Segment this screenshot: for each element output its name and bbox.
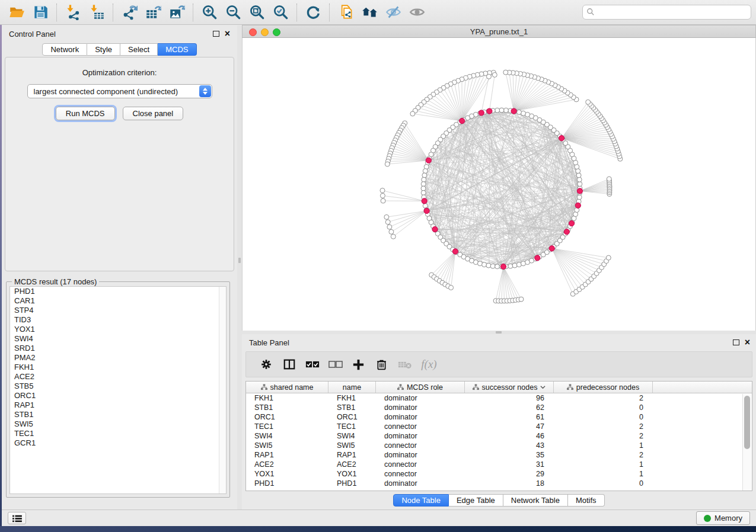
table-row[interactable]: ACE2ACE2connector311 — [246, 460, 752, 469]
graph-node[interactable] — [576, 173, 581, 178]
graph-hub-node[interactable] — [424, 208, 429, 213]
window-close-traffic-light[interactable] — [249, 28, 257, 36]
graph-leaf-node[interactable] — [607, 177, 611, 181]
graph-leaf-node[interactable] — [487, 74, 492, 79]
mcds-result-item[interactable]: SWI4 — [10, 334, 226, 344]
column-header-successor-nodes[interactable]: successor nodes — [465, 382, 554, 393]
zoom-in-button[interactable] — [197, 2, 221, 23]
table-cell-predecessor-nodes[interactable]: 2 — [554, 393, 653, 403]
table-cell-shared-name[interactable]: SWI4 — [246, 431, 328, 441]
hide-selected-button[interactable] — [381, 2, 405, 23]
graph-hub-node[interactable] — [479, 110, 484, 116]
tab-style[interactable]: Style — [87, 43, 120, 56]
graph-hub-node[interactable] — [535, 255, 540, 261]
zoom-selected-button[interactable] — [269, 2, 292, 23]
table-cell-mcds-role[interactable]: dominator — [376, 393, 465, 403]
mcds-result-item[interactable]: STP4 — [10, 306, 226, 315]
float-panel-icon[interactable] — [733, 339, 739, 345]
tab-edge-table[interactable]: Edge Table — [449, 494, 503, 507]
close-panel-icon[interactable]: × — [225, 31, 230, 37]
table-cell-mcds-role[interactable]: connector — [376, 422, 465, 431]
table-cell-successor-nodes[interactable]: 43 — [465, 441, 554, 450]
tab-network[interactable]: Network — [42, 43, 87, 56]
graph-hub-node[interactable] — [422, 198, 427, 204]
run-mcds-button[interactable]: Run MCDS — [56, 107, 115, 120]
table-cell-shared-name[interactable]: RAP1 — [246, 450, 328, 460]
mcds-result-item[interactable]: YOX1 — [10, 325, 226, 334]
graph-leaf-node[interactable] — [385, 220, 390, 225]
table-cell-mcds-role[interactable]: dominator — [376, 479, 465, 488]
graph-hub-node[interactable] — [460, 118, 465, 124]
mcds-result-item[interactable]: SWI5 — [10, 419, 226, 429]
table-cell-predecessor-nodes[interactable]: 1 — [554, 460, 653, 469]
splitter-handle[interactable] — [496, 331, 502, 334]
graph-node[interactable] — [516, 110, 521, 114]
table-cell-successor-nodes[interactable]: 47 — [465, 422, 554, 431]
graph-hub-node[interactable] — [511, 108, 516, 114]
table-cell-predecessor-nodes[interactable]: 1 — [554, 441, 653, 450]
graph-node[interactable] — [482, 262, 487, 267]
table-row[interactable]: TEC1TEC1connector472 — [246, 422, 752, 431]
select-all-button[interactable] — [301, 354, 324, 374]
table-cell-successor-nodes[interactable]: 29 — [465, 469, 554, 479]
table-row[interactable]: PHD1PHD1dominator180 — [246, 479, 752, 488]
export-table-button[interactable] — [141, 2, 165, 23]
table-cell-successor-nodes[interactable]: 61 — [465, 412, 554, 422]
graph-node[interactable] — [503, 108, 508, 113]
column-header-name[interactable]: name — [328, 382, 376, 393]
graph-hub-node[interactable] — [569, 221, 574, 226]
export-image-button[interactable] — [165, 2, 189, 23]
graph-node[interactable] — [577, 177, 582, 182]
table-cell-mcds-role[interactable]: dominator — [376, 431, 465, 441]
table-cell-mcds-role[interactable]: dominator — [376, 412, 465, 422]
graph-node[interactable] — [508, 264, 513, 268]
graph-node[interactable] — [495, 264, 500, 269]
float-panel-icon[interactable] — [213, 31, 219, 37]
graph-leaf-node[interactable] — [380, 188, 385, 193]
graph-hub-node[interactable] — [549, 246, 554, 251]
deselect-all-button[interactable] — [324, 354, 347, 374]
window-zoom-traffic-light[interactable] — [273, 28, 280, 36]
table-scrollbar-thumb[interactable] — [744, 396, 750, 449]
tab-network-table[interactable]: Network Table — [503, 494, 568, 507]
search-input[interactable] — [582, 5, 751, 20]
mcds-result-item[interactable]: CAR1 — [10, 296, 226, 306]
table-options-button[interactable] — [254, 354, 277, 374]
zoom-out-button[interactable] — [221, 2, 245, 23]
tab-mcds[interactable]: MCDS — [158, 43, 196, 56]
copy-network-button[interactable] — [334, 2, 358, 23]
graph-node[interactable] — [421, 182, 426, 187]
table-cell-shared-name[interactable]: PHD1 — [246, 479, 328, 488]
table-cell-successor-nodes[interactable]: 46 — [465, 431, 554, 441]
mcds-list-scrollbar[interactable] — [219, 287, 226, 493]
table-cell-predecessor-nodes[interactable]: 2 — [554, 422, 653, 431]
tab-motifs[interactable]: Motifs — [568, 494, 605, 507]
table-cell-successor-nodes[interactable]: 96 — [465, 393, 554, 403]
mcds-result-item[interactable]: STB1 — [10, 410, 226, 419]
network-window-titlebar[interactable]: YPA_prune.txt_1 — [242, 25, 756, 38]
graph-node[interactable] — [423, 169, 428, 174]
table-cell-mcds-role[interactable]: dominator — [376, 450, 465, 460]
tab-select[interactable]: Select — [120, 43, 158, 56]
mcds-result-item[interactable]: TID3 — [10, 315, 226, 325]
graph-node[interactable] — [577, 195, 582, 200]
mcds-result-item[interactable]: ACE2 — [10, 372, 226, 382]
table-row[interactable]: RAP1RAP1dominator352 — [246, 450, 752, 460]
add-column-button[interactable] — [347, 354, 370, 374]
mcds-result-item[interactable]: RAP1 — [10, 400, 226, 410]
refresh-button[interactable] — [301, 2, 325, 23]
graph-node[interactable] — [422, 173, 427, 178]
table-row[interactable]: STB1STB1dominator620 — [246, 403, 752, 412]
close-panel-button[interactable]: Close panel — [123, 107, 184, 120]
network-graph[interactable] — [243, 38, 756, 331]
window-minimize-traffic-light[interactable] — [261, 28, 269, 36]
table-row[interactable]: FKH1FKH1dominator962 — [246, 393, 752, 403]
graph-leaf-node[interactable] — [586, 100, 591, 104]
close-panel-icon[interactable]: × — [745, 339, 750, 345]
graph-leaf-node[interactable] — [503, 70, 508, 75]
table-cell-shared-name[interactable]: ORC1 — [246, 412, 328, 422]
graph-leaf-node[interactable] — [385, 162, 390, 166]
import-table-button[interactable] — [85, 2, 109, 23]
network-canvas[interactable] — [242, 38, 756, 331]
show-all-button[interactable] — [405, 2, 429, 23]
